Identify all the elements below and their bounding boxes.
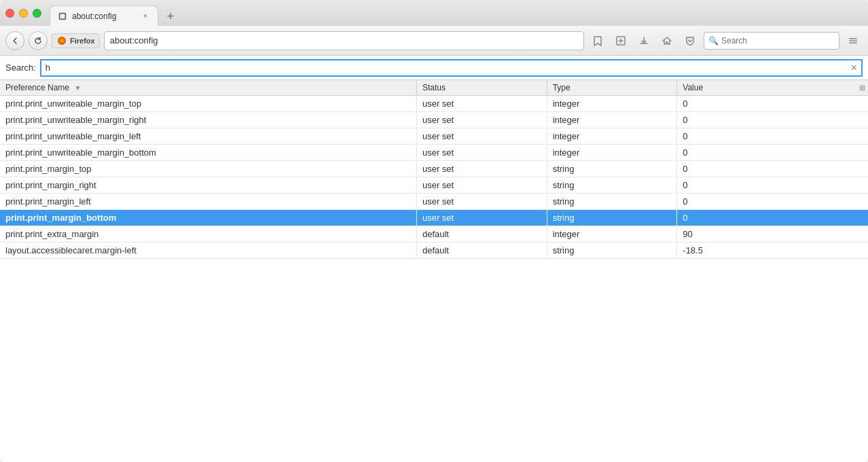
maximize-button[interactable]	[33, 9, 41, 18]
cell-type: integer	[547, 96, 677, 112]
cell-value: 0	[677, 210, 868, 226]
column-header-value[interactable]: Value ⊞	[677, 80, 868, 96]
table-body: print.print_unwriteable_margin_topuser s…	[0, 96, 868, 259]
cell-type: string	[547, 194, 677, 210]
table-header-row: Preference Name ▼ Status Type Value ⊞	[0, 80, 868, 96]
svg-rect-7	[849, 42, 857, 43]
tab-close-button[interactable]: ×	[140, 11, 151, 22]
cell-preference-name: print.print_extra_margin	[0, 226, 416, 243]
cell-type: integer	[547, 145, 677, 161]
cell-value: 0	[677, 128, 868, 145]
cell-preference-name: layout.accessiblecaret.margin-left	[0, 243, 416, 259]
cell-status: default	[416, 226, 547, 243]
table-row[interactable]: print.print_unwriteable_margin_topuser s…	[0, 96, 868, 112]
cell-value: 0	[677, 194, 868, 210]
cell-preference-name: print.print_margin_left	[0, 194, 416, 210]
table-row[interactable]: print.print_unwriteable_margin_leftuser …	[0, 128, 868, 145]
svg-rect-6	[849, 40, 857, 41]
pocket-button[interactable]	[681, 31, 700, 50]
svg-point-3	[60, 39, 64, 43]
cell-type: string	[547, 210, 677, 226]
cell-status: default	[416, 243, 547, 259]
cell-status: user set	[416, 177, 547, 194]
cell-status: user set	[416, 96, 547, 112]
column-icon: ⊞	[859, 84, 865, 92]
url-bar[interactable]: about:config	[104, 31, 584, 50]
cell-status: user set	[416, 112, 547, 128]
save-button[interactable]	[611, 31, 630, 50]
reload-button[interactable]	[29, 31, 48, 50]
cell-preference-name: print.print_margin_bottom	[0, 210, 416, 226]
cell-type: integer	[547, 112, 677, 128]
cell-preference-name: print.print_unwriteable_margin_bottom	[0, 145, 416, 161]
column-header-name[interactable]: Preference Name ▼	[0, 80, 416, 96]
search-input[interactable]	[46, 63, 851, 73]
back-button[interactable]	[5, 31, 24, 50]
minimize-button[interactable]	[19, 9, 28, 18]
cell-value: 0	[677, 96, 868, 112]
table-row[interactable]: print.print_extra_margindefaultinteger90	[0, 226, 868, 243]
close-button[interactable]	[5, 9, 14, 18]
cell-type: string	[547, 243, 677, 259]
sort-indicator: ▼	[74, 84, 81, 92]
menu-button[interactable]	[844, 31, 863, 50]
config-table-container: Preference Name ▼ Status Type Value ⊞	[0, 80, 868, 462]
table-row[interactable]: print.print_unwriteable_margin_bottomuse…	[0, 145, 868, 161]
firefox-badge[interactable]: Firefox	[52, 33, 100, 48]
cell-value: -18.5	[677, 243, 868, 259]
cell-preference-name: print.print_margin_top	[0, 161, 416, 177]
svg-rect-1	[60, 14, 65, 18]
column-header-status[interactable]: Status	[416, 80, 547, 96]
bookmark-button[interactable]	[588, 31, 607, 50]
cell-status: user set	[416, 128, 547, 145]
active-tab[interactable]: about:config ×	[50, 5, 158, 26]
cell-preference-name: print.print_unwriteable_margin_right	[0, 112, 416, 128]
cell-status: user set	[416, 210, 547, 226]
cell-preference-name: print.print_unwriteable_margin_top	[0, 96, 416, 112]
toolbar-search-icon: 🔍	[708, 36, 719, 46]
home-button[interactable]	[657, 31, 676, 50]
titlebar: about:config × +	[0, 0, 868, 26]
download-button[interactable]	[634, 31, 653, 50]
browser-window: about:config × + Firefox about:config	[0, 0, 868, 462]
cell-value: 90	[677, 226, 868, 243]
search-input-wrap: ×	[40, 59, 863, 77]
cell-status: user set	[416, 194, 547, 210]
cell-type: integer	[547, 226, 677, 243]
cell-status: user set	[416, 161, 547, 177]
table-row[interactable]: print.print_margin_bottomuser setstring0	[0, 210, 868, 226]
column-header-type[interactable]: Type	[547, 80, 677, 96]
tab-title: about:config	[72, 12, 136, 21]
cell-type: string	[547, 177, 677, 194]
traffic-lights	[5, 9, 41, 18]
url-text: about:config	[110, 35, 158, 46]
toolbar-search-input[interactable]	[721, 36, 823, 46]
config-search-bar: Search: ×	[0, 56, 868, 80]
table-row[interactable]: layout.accessiblecaret.margin-leftdefaul…	[0, 243, 868, 259]
cell-value: 0	[677, 177, 868, 194]
table-row[interactable]: print.print_margin_rightuser setstring0	[0, 177, 868, 194]
search-label: Search:	[5, 63, 36, 73]
svg-rect-5	[849, 38, 857, 39]
cell-type: integer	[547, 128, 677, 145]
table-row[interactable]: print.print_margin_topuser setstring0	[0, 161, 868, 177]
cell-preference-name: print.print_unwriteable_margin_left	[0, 128, 416, 145]
toolbar-search[interactable]: 🔍	[704, 32, 839, 50]
tab-favicon	[57, 11, 68, 22]
config-table: Preference Name ▼ Status Type Value ⊞	[0, 80, 868, 259]
table-row[interactable]: print.print_unwriteable_margin_rightuser…	[0, 112, 868, 128]
browser-toolbar: Firefox about:config	[0, 26, 868, 56]
cell-preference-name: print.print_margin_right	[0, 177, 416, 194]
search-clear-button[interactable]: ×	[851, 62, 857, 74]
tab-bar: about:config × +	[50, 0, 180, 26]
cell-type: string	[547, 161, 677, 177]
cell-value: 0	[677, 145, 868, 161]
cell-value: 0	[677, 161, 868, 177]
new-tab-button[interactable]: +	[161, 7, 180, 26]
firefox-label: Firefox	[70, 37, 95, 45]
cell-status: user set	[416, 145, 547, 161]
table-row[interactable]: print.print_margin_leftuser setstring0	[0, 194, 868, 210]
cell-value: 0	[677, 112, 868, 128]
